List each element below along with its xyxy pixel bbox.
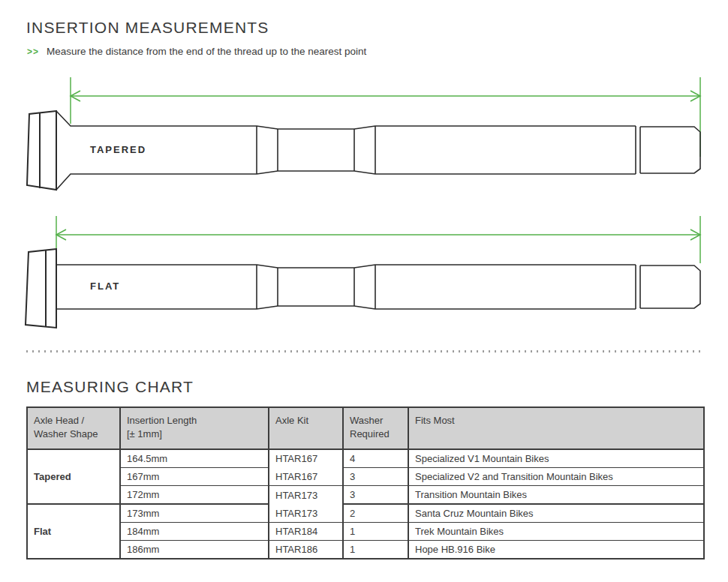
tapered-axle-head: [27, 111, 56, 190]
table-row: Flat 173mm HTAR173 2 Santa Cruz Mountain…: [27, 504, 704, 523]
flat-diagram-label: FLAT: [90, 280, 120, 292]
table-row: 184mm HTAR184 1 Trek Mountain Bikes: [27, 523, 704, 541]
length-cell: 186mm: [120, 541, 269, 560]
washer-cell: 4: [343, 449, 408, 468]
table-row: 172mm HTAR173 3 Transition Mountain Bike…: [27, 486, 704, 505]
washer-cell: 2: [343, 504, 408, 523]
axle-thread-end: [640, 266, 700, 308]
axle-thread-end: [640, 127, 700, 173]
kit-cell: HTAR186: [269, 541, 343, 560]
flat-axle-diagram: [23, 210, 705, 338]
flat-dimension-arrow: [56, 216, 700, 263]
length-cell: 172mm: [120, 486, 269, 505]
measuring-chart-table: Axle Head / Washer Shape Insertion Lengt…: [26, 406, 705, 560]
kit-cell: HTAR167: [269, 468, 343, 486]
washer-cell: 1: [343, 523, 408, 541]
tapered-diagram-label: TAPERED: [90, 144, 146, 155]
fits-cell: Specialized V2 and Transition Mountain B…: [408, 468, 704, 486]
fits-cell: Specialized V1 Mountain Bikes: [408, 449, 704, 468]
length-cell: 173mm: [120, 504, 269, 523]
table-header-row: Axle Head / Washer Shape Insertion Lengt…: [27, 407, 704, 449]
fits-cell: Hope HB.916 Bike: [408, 541, 704, 560]
col-header-axle-head-washer-shape: Axle Head / Washer Shape: [27, 407, 120, 449]
axle-bottom-outline: [56, 306, 636, 309]
fits-cell: Transition Mountain Bikes: [408, 486, 704, 505]
axle-top-outline: [56, 265, 636, 268]
axle-head-outline: [26, 249, 56, 328]
table-row: 167mm HTAR167 3 Specialized V2 and Trans…: [27, 468, 704, 486]
table-row: 186mm HTAR186 1 Hope HB.916 Bike: [27, 541, 704, 560]
fits-cell: Trek Mountain Bikes: [408, 523, 704, 541]
measure-note: >> Measure the distance from the end of …: [27, 46, 366, 57]
measuring-chart: Axle Head / Washer Shape Insertion Lengt…: [26, 406, 703, 560]
washer-cell: 1: [343, 541, 408, 560]
table-row: Tapered 164.5mm HTAR167 4 Specialized V1…: [27, 449, 704, 468]
flat-axle-body: [56, 265, 700, 309]
col-header-insertion-length: Insertion Length [± 1mm]: [120, 407, 269, 449]
dotted-divider: [26, 350, 703, 352]
col-header-fits-most: Fits Most: [408, 407, 704, 449]
tapered-axle-body: [56, 111, 700, 190]
measuring-chart-title: MEASURING CHART: [26, 378, 194, 396]
kit-cell: HTAR173: [269, 486, 343, 505]
shape-cell-tapered: Tapered: [27, 449, 120, 504]
length-cell: 167mm: [120, 468, 269, 486]
length-cell: 164.5mm: [120, 449, 269, 468]
flat-axle-head: [26, 249, 56, 328]
measure-note-text: Measure the distance from the end of the…: [47, 46, 366, 57]
tapered-dimension-arrow: [71, 77, 700, 157]
tapered-axle-diagram: [23, 71, 705, 199]
axle-head-outline: [27, 111, 56, 190]
kit-cell: HTAR173: [269, 504, 343, 523]
chevrons-icon: >>: [27, 46, 39, 57]
axle-top-outline: [56, 111, 636, 129]
insertion-measurements-title: INSERTION MEASUREMENTS: [26, 19, 269, 37]
col-header-washer-required: Washer Required: [343, 407, 408, 449]
length-cell: 184mm: [120, 523, 269, 541]
fits-cell: Santa Cruz Mountain Bikes: [408, 504, 704, 523]
shape-cell-flat: Flat: [27, 504, 120, 559]
col-header-axle-kit: Axle Kit: [269, 407, 343, 449]
kit-cell: HTAR167: [269, 449, 343, 468]
washer-cell: 3: [343, 468, 408, 486]
washer-cell: 3: [343, 486, 408, 505]
kit-cell: HTAR184: [269, 523, 343, 541]
axle-bottom-outline: [56, 171, 636, 190]
